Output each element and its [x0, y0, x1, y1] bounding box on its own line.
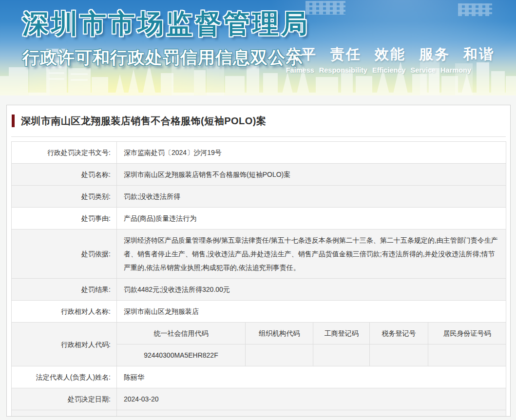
decision-date-value: 2024-03-20 — [117, 388, 506, 410]
penalty-category-value: 罚款;没收违法所得 — [117, 186, 506, 208]
row-label: 行政相对人代码: — [12, 323, 117, 366]
code-col-org: 组织机构代码 — [245, 323, 313, 344]
row-penalty-result: 处罚结果: 罚款4482元;没收违法所得320.00元 — [12, 279, 506, 301]
site-subtitle: 行政许可和行政处罚信用信息双公示 — [22, 46, 310, 69]
row-party-codes: 行政相对人代码: 统一社会信用代码 组织机构代码 工商登记码 — [12, 323, 506, 366]
row-label: 处罚事由: — [12, 208, 117, 229]
penalty-info-table: 行政处罚决定书文号: 深市监南处罚〔2024〕沙河19号 处罚名称: 深圳市南山… — [11, 141, 506, 417]
uscc-value: 92440300MA5EHR822F — [117, 344, 245, 366]
case-title-row: 深圳市南山区龙翔服装店销售不合格服饰(短袖POLO)案 — [11, 114, 506, 128]
window-dots-decoration — [306, 1, 345, 15]
row-label: 处罚类别: — [12, 186, 117, 208]
business-code-value — [313, 344, 370, 366]
row-label: 处罚机关: — [12, 410, 117, 417]
slogan-en-text: Faimess Responsibility Efficiency Servic… — [286, 66, 495, 74]
title-accent-bar — [12, 115, 15, 127]
party-codes-cell: 统一社会信用代码 组织机构代码 工商登记码 税务登记号 居民身份证号码 9244… — [117, 323, 506, 366]
code-col-tax: 税务登记号 — [370, 323, 428, 344]
penalty-authority-value: 深圳市市场监督管理局南山监管局 — [117, 410, 506, 417]
legal-rep-name-value: 陈丽华 — [117, 366, 506, 388]
decision-doc-no-value: 深市监南处罚〔2024〕沙河19号 — [117, 142, 506, 164]
penalty-result-value: 罚款4482元;没收违法所得320.00元 — [117, 279, 506, 301]
site-title: 深圳市市场监督管理局 — [22, 6, 310, 42]
penalty-reason-value: 产品(商品)质量违法行为 — [117, 208, 506, 229]
title-divider — [11, 136, 506, 137]
row-label: 处罚依据: — [12, 229, 117, 279]
slogan-cn-text: 公平 责任 效能 服务 和谐 — [286, 45, 495, 64]
party-codes-header-row: 统一社会信用代码 组织机构代码 工商登记码 税务登记号 居民身份证号码 — [117, 323, 506, 344]
row-penalty-name: 处罚名称: 深圳市南山区龙翔服装店销售不合格服饰(短袖POLO)案 — [12, 164, 506, 186]
window-dots-decoration — [458, 3, 492, 16]
row-penalty-category: 处罚类别: 罚款;没收违法所得 — [12, 186, 506, 208]
row-penalty-authority: 处罚机关: 深圳市市场监督管理局南山监管局 — [12, 410, 506, 417]
row-label: 行政处罚决定书文号: — [12, 142, 117, 164]
row-label: 处罚名称: — [12, 164, 117, 186]
party-codes-table: 统一社会信用代码 组织机构代码 工商登记码 税务登记号 居民身份证号码 9244… — [117, 323, 506, 366]
row-penalty-basis: 处罚依据: 深圳经济特区产品质量管理条例/第五章法律责任/第五十七条违反本条例第… — [12, 229, 506, 279]
party-name-value: 深圳市南山区龙翔服装店 — [117, 301, 506, 323]
code-col-id: 居民身份证号码 — [428, 323, 506, 344]
site-banner: 深圳市市场监督管理局 行政许可和行政处罚信用信息双公示 公平 责任 效能 服务 … — [0, 0, 516, 95]
code-col-business: 工商登记码 — [313, 323, 370, 344]
penalty-basis-value: 深圳经济特区产品质量管理条例/第五章法律责任/第五十七条违反本条例第二十三条、第… — [117, 229, 506, 279]
id-number-value — [428, 344, 506, 366]
party-codes-value-row: 92440300MA5EHR822F — [117, 344, 506, 366]
row-label: 法定代表人(负责人)姓名: — [12, 366, 117, 388]
row-decision-doc-no: 行政处罚决定书文号: 深市监南处罚〔2024〕沙河19号 — [12, 142, 506, 164]
penalty-name-value: 深圳市南山区龙翔服装店销售不合格服饰(短袖POLO)案 — [117, 164, 506, 186]
case-title: 深圳市南山区龙翔服装店销售不合格服饰(短袖POLO)案 — [21, 115, 267, 128]
row-label: 处罚结果: — [12, 279, 117, 301]
page-body: 深圳市南山区龙翔服装店销售不合格服饰(短袖POLO)案 行政处罚决定书文号: 深… — [0, 105, 516, 420]
row-party-name: 行政相对人名称: 深圳市南山区龙翔服装店 — [12, 301, 506, 323]
tax-code-value — [370, 344, 428, 366]
row-label: 处罚决定日期: — [12, 388, 117, 410]
org-code-value — [245, 344, 313, 366]
row-label: 行政相对人名称: — [12, 301, 117, 323]
row-legal-rep-name: 法定代表人(负责人)姓名: 陈丽华 — [12, 366, 506, 388]
content-panel: 深圳市南山区龙翔服装店销售不合格服饰(短袖POLO)案 行政处罚决定书文号: 深… — [6, 105, 511, 417]
code-col-uscc: 统一社会信用代码 — [117, 323, 245, 344]
row-penalty-reason: 处罚事由: 产品(商品)质量违法行为 — [12, 208, 506, 229]
row-decision-date: 处罚决定日期: 2024-03-20 — [12, 388, 506, 410]
